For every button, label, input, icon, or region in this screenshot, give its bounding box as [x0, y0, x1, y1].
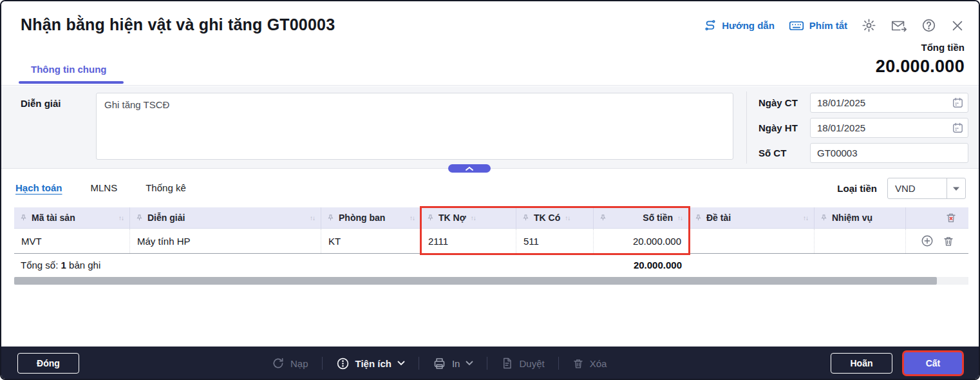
field-row-ngay-ht: Ngày HT — [759, 118, 968, 138]
help-icon[interactable] — [921, 18, 936, 33]
cell-tk-co[interactable]: 511 — [516, 229, 594, 253]
approve-label: Duyệt — [519, 358, 544, 369]
cell-tk-no[interactable]: 2111 — [421, 229, 516, 253]
currency-picker: Loại tiền VND — [837, 178, 966, 199]
cell-phong-ban[interactable]: KT — [321, 229, 421, 253]
chevron-down-icon — [466, 361, 473, 366]
header-utility-row: Hướng dẫn Phím tắt — [704, 18, 965, 33]
tab-thong-tin-chung[interactable]: Thông tin chung — [31, 64, 106, 75]
col-label: Mã tài sản — [32, 213, 75, 223]
pin-icon[interactable] — [136, 214, 143, 222]
tab-mlns[interactable]: MLNS — [91, 182, 118, 193]
form-divider — [746, 91, 747, 164]
calendar-icon[interactable] — [952, 97, 964, 109]
reload-label: Nạp — [290, 358, 308, 369]
pin-icon[interactable] — [599, 214, 607, 222]
utilities-label: Tiện ích — [355, 358, 391, 369]
header: Nhận bằng hiện vật và ghi tăng GT00003 H… — [1, 1, 979, 86]
document-icon — [501, 357, 513, 370]
sort-icon[interactable]: ↑↓ — [677, 214, 683, 222]
page-title: Nhận bằng hiện vật và ghi tăng GT00003 — [21, 15, 335, 34]
guide-link[interactable]: Hướng dẫn — [704, 19, 775, 32]
pin-icon[interactable] — [427, 214, 434, 222]
totals: Tổng tiền 20.000.000 — [876, 42, 965, 77]
col-header-tk-no[interactable]: TK Nợ ↑↓ — [421, 207, 516, 228]
col-header-phong-ban[interactable]: Phòng ban ↑↓ — [321, 207, 421, 228]
pin-icon[interactable] — [20, 214, 27, 222]
col-header-nhiem-vu[interactable]: Nhiệm vụ — [815, 207, 906, 228]
collapse-panel-button[interactable] — [448, 164, 491, 173]
currency-select[interactable]: VND — [887, 178, 966, 199]
refresh-icon — [272, 357, 285, 370]
table-row[interactable]: MVT Máy tính HP KT 2111 511 20.000.000 — [14, 229, 968, 254]
ngay-ht-label: Ngày HT — [759, 122, 810, 133]
delete-row-icon[interactable] — [943, 235, 954, 247]
sort-icon[interactable]: ↑↓ — [803, 214, 808, 222]
col-header-so-tien[interactable]: Số tiền ↑↓ — [594, 207, 689, 228]
toolbar-right: Hoãn Cất — [831, 352, 962, 374]
side-fields: Ngày CT Ngày HT — [759, 93, 968, 168]
form-section: Diễn giải Ghi tăng TSCĐ Ngày CT Ngày HT — [1, 86, 979, 169]
sort-icon[interactable]: ↑↓ — [471, 214, 476, 222]
add-row-icon[interactable] — [921, 234, 934, 247]
cell-dien-giai[interactable]: Máy tính HP — [130, 229, 321, 253]
pin-icon[interactable] — [327, 214, 334, 222]
printer-icon — [433, 357, 446, 370]
col-header-de-tai[interactable]: Đề tài ↑↓ — [689, 207, 815, 228]
reload-button[interactable]: Nạp — [272, 357, 308, 370]
tab-hach-toan[interactable]: Hạch toán — [15, 182, 62, 193]
horizontal-scrollbar — [14, 277, 968, 285]
col-label: Đề tài — [706, 213, 731, 223]
col-label: Số tiền — [643, 213, 673, 223]
cell-de-tai[interactable] — [689, 229, 815, 253]
so-ct-input[interactable] — [810, 143, 968, 163]
close-button[interactable]: Đóng — [17, 353, 79, 374]
delete-label: Xóa — [590, 358, 607, 369]
cell-so-tien[interactable]: 20.000.000 — [594, 229, 689, 253]
sort-icon[interactable]: ↑↓ — [410, 214, 415, 222]
chevron-down-icon — [397, 361, 405, 366]
chevron-up-icon — [465, 166, 474, 171]
col-label: Diễn giải — [147, 213, 185, 223]
pin-icon[interactable] — [522, 214, 529, 222]
cell-nhiem-vu[interactable] — [815, 229, 906, 253]
col-header-tk-co[interactable]: TK Có ↑↓ — [516, 207, 594, 228]
ngay-ct-label: Ngày CT — [759, 97, 810, 108]
settings-gear-icon[interactable] — [862, 18, 876, 33]
col-header-dien-giai[interactable]: Diễn giải ↑↓ — [130, 207, 321, 228]
send-mail-icon[interactable] — [890, 19, 907, 33]
cell-ma-tai-san[interactable]: MVT — [14, 229, 130, 253]
delete-all-rows-icon[interactable] — [945, 212, 957, 223]
col-header-ma-tai-san[interactable]: Mã tài sản ↑↓ — [14, 207, 130, 228]
tab-thong-ke[interactable]: Thống kê — [146, 182, 186, 193]
scrollbar-thumb[interactable] — [14, 277, 937, 285]
print-button[interactable]: In — [433, 357, 474, 370]
ngay-ct-input[interactable] — [810, 93, 968, 113]
sort-icon[interactable]: ↑↓ — [310, 214, 315, 222]
utilities-icon — [336, 357, 350, 370]
guide-link-label: Hướng dẫn — [722, 20, 775, 31]
save-button[interactable]: Cất — [904, 352, 962, 374]
delete-button[interactable]: Xóa — [572, 357, 607, 370]
pin-icon[interactable] — [695, 214, 702, 222]
calendar-icon[interactable] — [952, 122, 964, 134]
pin-icon[interactable] — [820, 214, 827, 222]
approve-button[interactable]: Duyệt — [501, 357, 544, 370]
shortcut-link[interactable]: Phím tắt — [789, 19, 847, 32]
close-icon[interactable] — [950, 19, 965, 33]
utilities-button[interactable]: Tiện ích — [336, 357, 405, 370]
ngay-ht-input[interactable] — [810, 118, 968, 138]
print-label: In — [452, 358, 460, 369]
col-label: TK Nợ — [438, 213, 466, 223]
toolbar-actions: Nạp Tiện ích I — [272, 347, 607, 380]
sort-icon[interactable]: ↑↓ — [565, 214, 570, 222]
description-label: Diễn giải — [21, 98, 61, 109]
description-textarea[interactable]: Ghi tăng TSCĐ — [96, 93, 733, 160]
currency-value: VND — [888, 183, 947, 194]
sort-icon[interactable]: ↑↓ — [118, 214, 124, 222]
trash-icon — [572, 357, 584, 370]
footer-total-amount: 20.000.000 — [594, 260, 689, 271]
dialog-window: Nhận bằng hiện vật và ghi tăng GT00003 H… — [0, 0, 980, 380]
postpone-button[interactable]: Hoãn — [831, 353, 892, 374]
chevron-down-icon — [947, 178, 965, 198]
